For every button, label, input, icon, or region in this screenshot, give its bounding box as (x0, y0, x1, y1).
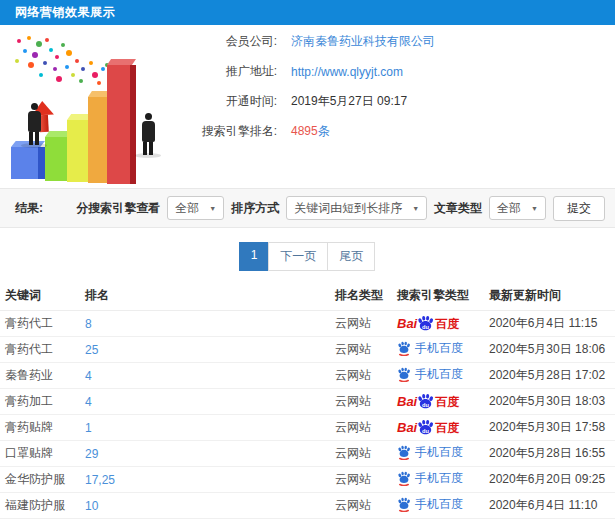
keyword-cell: 膏药加工 (5, 393, 85, 410)
table-row: 秦鲁药业 4 云网站 手机百度 2020年5月28日 17:02 (0, 363, 615, 389)
keyword-rank-table: 关键词 排名 排名类型 搜索引擎类型 最新更新时间 膏药代工 8 云网站 Bai… (0, 281, 615, 520)
table-row: 口罩贴牌 29 云网站 手机百度 2020年5月28日 16:55 (0, 441, 615, 467)
sort-select[interactable]: 关键词由短到长排序 ▼ (286, 196, 427, 220)
updated-cell: 2020年5月28日 16:55 (489, 445, 615, 462)
updated-cell: 2020年6月4日 11:15 (489, 315, 615, 332)
rank-link[interactable]: 25 (85, 343, 98, 357)
rank-link[interactable]: 8 (85, 317, 92, 331)
article-type-select[interactable]: 全部 ▼ (489, 196, 546, 220)
updated-cell: 2020年5月30日 18:03 (489, 393, 615, 410)
keyword-cell: 膏药代工 (5, 341, 85, 358)
svg-text:du: du (422, 428, 429, 434)
baidu-paw-icon (397, 497, 411, 512)
baidu-pc-logo: Bai du百度 (397, 419, 459, 436)
keyword-cell: 膏药贴牌 (5, 419, 85, 436)
keyword-cell: 口罩贴牌 (5, 445, 85, 462)
table-row: 膏药加工 4 云网站 Bai du百度 2020年5月30日 18:03 (0, 389, 615, 415)
open-time-label: 开通时间: (185, 93, 277, 110)
table-row: 膏药代工 8 云网站 Bai du百度 2020年6月4日 11:15 (0, 311, 615, 337)
filter-bar: 结果: 分搜索引擎查看 全部 ▼ 排序方式 关键词由短到长排序 ▼ 文章类型 全… (0, 188, 615, 228)
rank-type-cell: 云网站 (335, 497, 397, 514)
member-company-link[interactable]: 济南秦鲁药业科技有限公司 (291, 33, 435, 50)
rank-type-cell: 云网站 (335, 419, 397, 436)
rank-link[interactable]: 4 (85, 369, 92, 383)
rank-cell: 17,25 (85, 473, 335, 487)
table-header-row: 关键词 排名 排名类型 搜索引擎类型 最新更新时间 (0, 281, 615, 311)
pagination: 1 下一页 尾页 (0, 242, 615, 271)
baidu-mobile-logo: 手机百度 (397, 445, 463, 460)
sort-label: 排序方式 (231, 200, 279, 217)
rank-type-cell: 云网站 (335, 315, 397, 332)
baidu-paw-icon (397, 341, 411, 356)
table-row: 膏药代工 25 云网站 手机百度 2020年5月30日 18:06 (0, 337, 615, 363)
rank-type-cell: 云网站 (335, 393, 397, 410)
header-engine-type: 搜索引擎类型 (397, 287, 489, 304)
svg-text:du: du (422, 402, 429, 408)
engine-filter-select[interactable]: 全部 ▼ (167, 196, 224, 220)
rank-link[interactable]: 29 (85, 447, 98, 461)
page-title: 网络营销效果展示 (15, 5, 115, 19)
rank-type-cell: 云网站 (335, 367, 397, 384)
rank-link[interactable]: 17,25 (85, 473, 115, 487)
article-type-label: 文章类型 (434, 200, 482, 217)
baidu-paw-icon (397, 445, 411, 460)
baidu-paw-icon (397, 367, 411, 382)
engine-cell: 手机百度 (397, 367, 489, 385)
updated-cell: 2020年5月30日 18:06 (489, 341, 615, 358)
engine-rank-unit: 条 (318, 124, 330, 138)
bar-chart-clipart (5, 27, 177, 185)
sort-value: 关键词由短到长排序 (294, 200, 402, 217)
engine-filter-value: 全部 (175, 200, 199, 217)
baidu-paw-icon: du (417, 315, 434, 332)
keyword-cell: 秦鲁药业 (5, 367, 85, 384)
promo-url-link[interactable]: http://www.qlyyjt.com (291, 65, 403, 79)
top-section: 会员公司: 济南秦鲁药业科技有限公司 推广地址: http://www.qlyy… (0, 25, 615, 188)
engine-cell: Bai du百度 (397, 315, 489, 332)
updated-cell: 2020年6月4日 11:10 (489, 497, 615, 514)
rank-type-cell: 云网站 (335, 471, 397, 488)
page-button-current[interactable]: 1 (239, 242, 270, 271)
svg-text:du: du (422, 324, 429, 330)
rank-cell: 4 (85, 395, 335, 409)
rank-link[interactable]: 1 (85, 421, 92, 435)
baidu-pc-logo: Bai du百度 (397, 393, 459, 410)
header-updated: 最新更新时间 (489, 287, 615, 304)
next-page-button[interactable]: 下一页 (268, 242, 328, 271)
chevron-down-icon: ▼ (209, 205, 216, 212)
baidu-mobile-logo: 手机百度 (397, 367, 463, 382)
engine-rank-row: 搜索引擎排名: 4895条 (185, 123, 605, 140)
engine-cell: Bai du百度 (397, 393, 489, 410)
chevron-down-icon: ▼ (412, 205, 419, 212)
chevron-down-icon: ▼ (531, 205, 538, 212)
table-body: 膏药代工 8 云网站 Bai du百度 2020年6月4日 11:15 膏药代工… (0, 311, 615, 520)
engine-filter-label: 分搜索引擎查看 (76, 200, 160, 217)
promo-url-label: 推广地址: (185, 63, 277, 80)
keyword-cell: 福建防护服 (5, 497, 85, 514)
businessman-figure-left (21, 103, 47, 148)
rank-cell: 4 (85, 369, 335, 383)
baidu-mobile-logo: 手机百度 (397, 497, 463, 512)
engine-rank-count: 4895 (291, 124, 318, 138)
header-keyword: 关键词 (5, 287, 85, 304)
engine-cell: 手机百度 (397, 341, 489, 359)
submit-button[interactable]: 提交 (553, 196, 605, 221)
rank-link[interactable]: 10 (85, 499, 98, 513)
updated-cell: 2020年6月20日 09:25 (489, 471, 615, 488)
rank-cell: 29 (85, 447, 335, 461)
info-panel: 会员公司: 济南秦鲁药业科技有限公司 推广地址: http://www.qlyy… (185, 33, 605, 153)
rank-link[interactable]: 4 (85, 395, 92, 409)
rank-type-cell: 云网站 (335, 445, 397, 462)
businessman-figure-right (135, 113, 161, 158)
engine-cell: 手机百度 (397, 445, 489, 463)
baidu-paw-icon: du (417, 393, 434, 410)
table-row: 金华防护服 17,25 云网站 手机百度 2020年6月20日 09:25 (0, 467, 615, 493)
table-row: 膏药贴牌 1 云网站 Bai du百度 2020年5月30日 17:58 (0, 415, 615, 441)
last-page-button[interactable]: 尾页 (327, 242, 375, 271)
member-company-row: 会员公司: 济南秦鲁药业科技有限公司 (185, 33, 605, 50)
open-time-row: 开通时间: 2019年5月27日 09:17 (185, 93, 605, 110)
rank-cell: 25 (85, 343, 335, 357)
engine-rank-label: 搜索引擎排名: (185, 123, 277, 140)
baidu-mobile-logo: 手机百度 (397, 471, 463, 486)
rank-cell: 8 (85, 317, 335, 331)
clipart-bar-blue (11, 147, 45, 179)
